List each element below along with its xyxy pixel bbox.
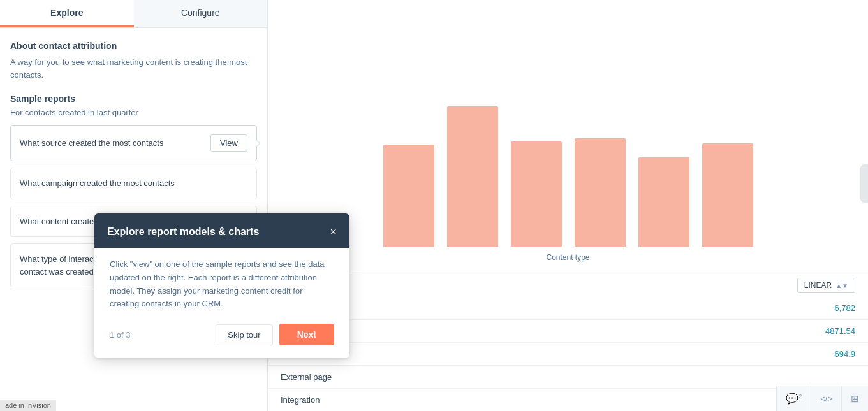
bar-6 <box>702 143 753 247</box>
tooltip-header-row: Explore report models & charts × <box>107 226 337 248</box>
grid-icon-button[interactable]: ⊞ <box>842 386 868 411</box>
tooltip-popup: Explore report models & charts × Click "… <box>94 213 349 358</box>
bar-1 <box>383 145 434 247</box>
grid-icon: ⊞ <box>851 393 859 405</box>
bar-wrap-4 <box>575 138 626 247</box>
tab-explore[interactable]: Explore <box>0 0 134 27</box>
tooltip-buttons: Skip tour Next <box>216 324 334 345</box>
sample-reports-label: Sample reports <box>10 94 257 104</box>
sort-icon: ▲▼ <box>835 282 848 289</box>
scroll-handle[interactable] <box>860 164 868 203</box>
bar-5 <box>638 157 689 247</box>
tooltip-close-button[interactable]: × <box>330 226 337 238</box>
code-icon: </> <box>820 394 832 403</box>
report-card-1-text: What source created the most contacts <box>20 137 210 150</box>
table-cell-value-2: 4871.54 <box>616 320 868 343</box>
next-button[interactable]: Next <box>279 324 334 345</box>
table-row: ation 4871.54 <box>268 320 868 343</box>
table-row: 6,782 <box>268 297 868 320</box>
table-header-row: LINEAR ▲▼ <box>268 271 868 297</box>
bar-wrap-5 <box>638 157 689 247</box>
about-desc: A way for you to see what marketing cont… <box>10 56 257 81</box>
chart-container: Content type <box>287 13 849 264</box>
right-panel: Content type LINEAR ▲▼ 6,782 ation <box>268 0 868 411</box>
bar-wrap-3 <box>511 141 562 247</box>
linear-label: LINEAR <box>804 281 832 290</box>
skip-tour-button[interactable]: Skip tour <box>216 324 272 345</box>
bar-2 <box>447 106 498 247</box>
report-card-2-text: What campaign created the most contacts <box>20 177 247 190</box>
tooltip-body: Click "view" on one of the sample report… <box>110 248 334 319</box>
bar-chart <box>287 81 849 247</box>
tab-configure[interactable]: Configure <box>134 0 268 27</box>
report-card-1: What source created the most contacts Vi… <box>10 125 257 161</box>
invision-badge: ade in InVision <box>0 400 56 411</box>
right-edge-icons: 💬2 </> ⊞ <box>776 386 868 411</box>
report-card-2: What campaign created the most contacts <box>10 168 257 199</box>
table-cell-value-3: 694.9 <box>616 343 868 366</box>
chat-icon-button[interactable]: 💬2 <box>777 386 811 411</box>
tooltip-title: Explore report models & charts <box>107 226 259 238</box>
code-icon-button[interactable]: </> <box>811 386 842 411</box>
for-contacts-label: For contacts created in last quarter <box>10 108 257 117</box>
bar-wrap-1 <box>383 145 434 247</box>
bar-wrap-2 <box>447 106 498 247</box>
table-row: 694.9 <box>268 343 868 366</box>
tooltip-step: 1 of 3 <box>110 330 131 340</box>
table-cell-label-5: Integration <box>268 389 616 412</box>
table-cell-label-4: External page <box>268 366 616 389</box>
bar-4 <box>575 138 626 247</box>
tooltip-footer: 1 of 3 Skip tour Next <box>110 319 334 345</box>
x-axis-label: Content type <box>287 253 849 264</box>
bar-3 <box>511 141 562 247</box>
tabs-container: Explore Configure <box>0 0 267 28</box>
table-cell-value-1: 6,782 <box>616 297 868 320</box>
linear-badge[interactable]: LINEAR ▲▼ <box>797 278 855 293</box>
chat-icon: 💬2 <box>786 393 802 405</box>
bar-wrap-6 <box>702 143 753 247</box>
tooltip-popup-header-bg: Explore report models & charts × <box>94 213 349 248</box>
chart-area: Content type <box>268 0 868 271</box>
about-title: About contact attribution <box>10 41 257 51</box>
view-button-1[interactable]: View <box>210 134 247 152</box>
